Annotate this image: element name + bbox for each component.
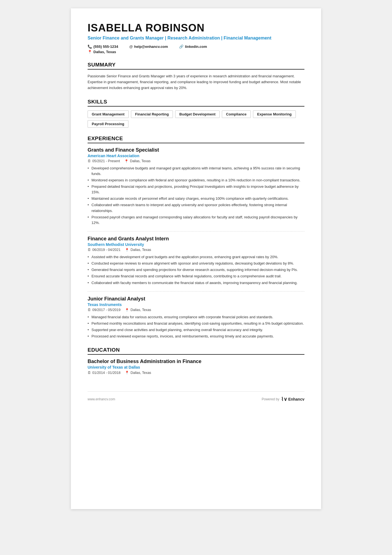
job-meta: 🗓 05/2021 - Present 📍 Dallas, Texas <box>88 159 304 163</box>
calendar-icon: 🗓 <box>88 308 91 312</box>
summary-title: SUMMARY <box>88 62 304 70</box>
edu-location-text: Dallas, Texas <box>130 371 151 375</box>
skills-title: SKILLS <box>88 99 304 107</box>
email-item: @ help@enhancv.com <box>129 45 168 49</box>
edu-meta: 🗓 01/2014 - 01/2018 📍 Dallas, Texas <box>88 371 304 375</box>
jobs-container: Grants and Finance SpecialistAmerican He… <box>88 147 304 339</box>
experience-title: EXPERIENCE <box>88 135 304 143</box>
job-meta: 🗓 06/2019 - 04/2021 📍 Dallas, Texas <box>88 248 304 252</box>
bullet-item: Prepared detailed financial reports and … <box>88 184 304 195</box>
skill-tag: Compliance <box>222 110 251 118</box>
job-location: 📍 Dallas, Texas <box>124 159 150 163</box>
edu-location: 📍 Dallas, Texas <box>125 371 151 375</box>
skill-tag: Expense Monitoring <box>253 110 296 118</box>
bullet-item: Performed monthly reconciliations and fi… <box>88 321 304 326</box>
dates-text: 06/2019 - 04/2021 <box>92 248 120 252</box>
powered-by-text: Powered by <box>262 397 279 401</box>
bullet-item: Ensured accurate financial records and c… <box>88 273 304 279</box>
phone-icon: 📞 <box>88 45 92 49</box>
bullet-item: Supported year-end close activities and … <box>88 327 304 333</box>
phone-text: (555) 555-1234 <box>93 45 118 49</box>
job-dates: 🗓 05/2021 - Present <box>88 159 120 163</box>
summary-text: Passionate Senior Finance and Grants Man… <box>88 73 304 91</box>
candidate-name: ISABELLA ROBINSON <box>88 22 304 34</box>
bullet-item: Assisted with the development of grant b… <box>88 254 304 260</box>
resume-page: ISABELLA ROBINSON Senior Finance and Gra… <box>71 8 321 509</box>
bullet-item: Collaborated with research teams to inte… <box>88 202 304 213</box>
bullet-item: Managed financial data for various accou… <box>88 314 304 320</box>
location-icon: 📍 <box>125 371 129 375</box>
edu-degree: Bachelor of Business Administration in F… <box>88 359 304 364</box>
footer-powered: Powered by ⌇∨ Enhancv <box>262 396 304 402</box>
phone-item: 📞 (555) 555-1234 <box>88 45 118 49</box>
footer-website: www.enhancv.com <box>88 397 115 401</box>
bullet-item: Developed comprehensive budgets and mana… <box>88 166 304 177</box>
education-section: EDUCATION Bachelor of Business Administr… <box>88 347 304 375</box>
location-icon: 📍 <box>125 308 129 312</box>
edu-school: University of Texas at Dallas <box>88 365 304 369</box>
edu-entry: Bachelor of Business Administration in F… <box>88 359 304 375</box>
company-name: American Heart Association <box>88 154 304 158</box>
footer: www.enhancv.com Powered by ⌇∨ Enhancv <box>88 391 304 402</box>
bullet-item: Maintained accurate records of personnel… <box>88 196 304 201</box>
linkedin-text: linkedin.com <box>185 45 207 49</box>
contact-row: 📞 (555) 555-1234 @ help@enhancv.com 🔗 li… <box>88 45 304 49</box>
skills-section: SKILLS Grant ManagementFinancial Reporti… <box>88 99 304 128</box>
summary-section: SUMMARY Passionate Senior Finance and Gr… <box>88 62 304 91</box>
education-title: EDUCATION <box>88 347 304 355</box>
job-dates: 🗓 09/2017 - 05/2019 <box>88 308 120 312</box>
job-entry: Finance and Grants Analyst InternSouther… <box>88 231 304 286</box>
bullet-item: Monitored expenses in compliance with fe… <box>88 177 304 183</box>
bullet-item: Processed and reviewed expense reports, … <box>88 334 304 339</box>
bullet-item: Generated financial reports and spending… <box>88 267 304 273</box>
dates-text: 05/2021 - Present <box>92 159 120 163</box>
location-text: Dallas, Texas <box>93 50 116 54</box>
job-dates: 🗓 06/2019 - 04/2021 <box>88 248 120 252</box>
location-text: Dallas, Texas <box>130 308 151 312</box>
email-icon: @ <box>129 45 133 49</box>
location-icon: 📍 <box>124 159 129 163</box>
job-title: Junior Financial Analyst <box>88 296 304 302</box>
skill-tag: Budget Development <box>175 110 220 118</box>
dates-text: 09/2017 - 05/2019 <box>92 308 120 312</box>
linkedin-item: 🔗 linkedin.com <box>179 45 207 49</box>
skills-grid: Grant ManagementFinancial ReportingBudge… <box>88 110 304 128</box>
candidate-title: Senior Finance and Grants Manager | Rese… <box>88 35 304 41</box>
job-bullets: Developed comprehensive budgets and mana… <box>88 166 304 226</box>
location-icon: 📍 <box>125 248 129 252</box>
bullet-item: Conducted expense reviews to ensure alig… <box>88 261 304 266</box>
job-title: Finance and Grants Analyst Intern <box>88 236 304 242</box>
calendar-icon: 🗓 <box>88 248 91 252</box>
enhancv-logo: ⌇∨ Enhancv <box>281 396 304 402</box>
location-text: Dallas, Texas <box>130 248 151 252</box>
skill-tag: Payroll Processing <box>88 120 128 128</box>
skill-tag: Grant Management <box>88 110 129 118</box>
job-location: 📍 Dallas, Texas <box>125 248 151 252</box>
bullet-item: Processed payroll changes and managed co… <box>88 214 304 226</box>
company-name: Southern Methodist University <box>88 242 304 247</box>
skill-tag: Financial Reporting <box>131 110 173 118</box>
calendar-icon: 🗓 <box>88 371 91 375</box>
edu-dates: 🗓 01/2014 - 01/2018 <box>88 371 120 375</box>
job-entry: Junior Financial AnalystTexas Instrument… <box>88 291 304 339</box>
enhancv-icon: ⌇∨ <box>281 396 287 402</box>
experience-section: EXPERIENCE Grants and Finance Specialist… <box>88 135 304 339</box>
job-location: 📍 Dallas, Texas <box>125 308 151 312</box>
header: ISABELLA ROBINSON Senior Finance and Gra… <box>88 22 304 54</box>
job-bullets: Managed financial data for various accou… <box>88 314 304 339</box>
job-entry: Grants and Finance SpecialistAmerican He… <box>88 147 304 226</box>
enhancv-brand: Enhancv <box>288 397 304 401</box>
location-text: Dallas, Texas <box>130 159 150 163</box>
job-bullets: Assisted with the development of grant b… <box>88 254 304 286</box>
company-name: Texas Instruments <box>88 302 304 307</box>
location-pin-icon: 📍 <box>88 50 92 54</box>
edu-dates-text: 01/2014 - 01/2018 <box>92 371 120 375</box>
calendar-icon: 🗓 <box>88 159 91 163</box>
email-text: help@enhancv.com <box>134 45 168 49</box>
job-title: Grants and Finance Specialist <box>88 147 304 153</box>
bullet-item: Collaborated with faculty members to com… <box>88 280 304 286</box>
edu-container: Bachelor of Business Administration in F… <box>88 359 304 375</box>
linkedin-icon: 🔗 <box>179 45 183 49</box>
job-meta: 🗓 09/2017 - 05/2019 📍 Dallas, Texas <box>88 308 304 312</box>
location-row: 📍 Dallas, Texas <box>88 50 304 54</box>
